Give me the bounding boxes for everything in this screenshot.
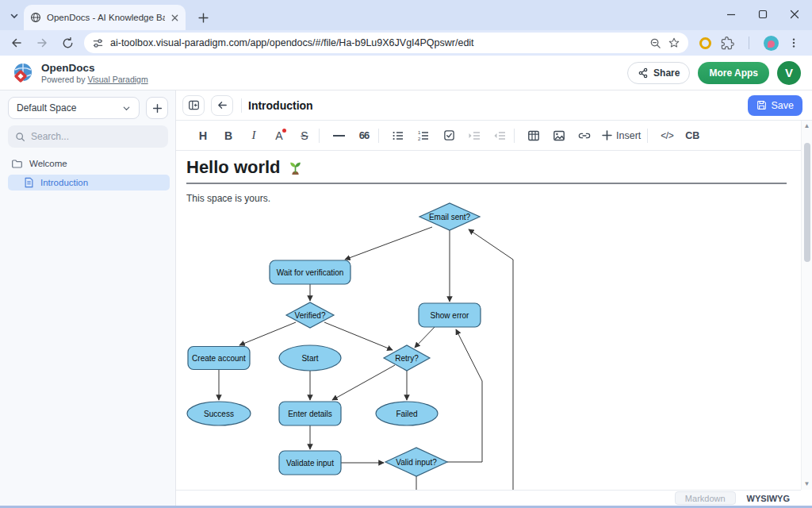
bullet-list-button[interactable]	[388, 125, 408, 146]
folder-icon	[11, 158, 23, 170]
back-arrow-icon	[216, 99, 228, 111]
strikethrough-button[interactable]: S	[294, 125, 315, 146]
flowchart-node-label: Show error	[431, 311, 470, 320]
scrollbar-thumb[interactable]	[804, 143, 810, 262]
powered-by-prefix: Powered by	[41, 75, 87, 84]
share-button[interactable]: Share	[627, 62, 690, 84]
editor-scrollbar[interactable]: ▲ ▼	[801, 121, 812, 490]
scrollbar-up-icon[interactable]: ▲	[804, 121, 810, 132]
flowchart-edge-email_sent-to-wait_verification	[345, 227, 432, 260]
profile-avatar[interactable]	[764, 36, 779, 51]
italic-button[interactable]: I	[243, 125, 264, 146]
toolbar-divider	[514, 129, 515, 143]
flowchart-node-label: Success	[204, 410, 234, 418]
user-avatar[interactable]: V	[777, 61, 801, 85]
flowchart-node-label: Retry?	[395, 354, 419, 363]
outdent-icon	[493, 129, 506, 142]
space-selector-value: Default Space	[17, 102, 76, 114]
sidebar-item-introduction[interactable]: Introduction	[8, 175, 170, 190]
extension-badge-icon[interactable]	[699, 37, 711, 49]
main-panel: Introduction Save H B I A S 66	[176, 90, 812, 506]
link-button[interactable]	[574, 125, 595, 146]
window-minimize-button[interactable]	[726, 10, 736, 19]
seedling-emoji	[287, 160, 304, 176]
table-button[interactable]	[523, 125, 544, 146]
table-icon	[527, 129, 540, 142]
collapse-sidebar-button[interactable]	[182, 95, 205, 116]
window-maximize-button[interactable]	[758, 10, 768, 19]
bookmark-star-icon[interactable]	[668, 37, 680, 49]
bold-button[interactable]: B	[218, 125, 239, 146]
insert-button[interactable]: Insert	[602, 130, 641, 141]
editor-mode-footer: Markdown WYSIWYG	[176, 490, 801, 506]
flowchart-diagram[interactable]: Email sent?Wait for verificationVerified…	[182, 202, 531, 490]
window-close-button[interactable]	[790, 10, 799, 19]
browser-tab[interactable]: OpenDocs - AI Knowledge Base	[24, 5, 186, 30]
back-button[interactable]	[6, 33, 27, 53]
doc-back-button[interactable]	[211, 95, 233, 116]
new-tab-button[interactable]	[193, 8, 213, 27]
indent-button[interactable]	[464, 125, 485, 146]
sidebar-item-welcome[interactable]: Welcome	[11, 156, 167, 171]
extensions-puzzle-icon[interactable]	[721, 37, 734, 50]
flowchart-node-label: Create account	[192, 354, 246, 363]
search-box[interactable]	[8, 125, 168, 148]
image-icon	[553, 129, 565, 142]
tab-search-button[interactable]	[5, 7, 24, 25]
plus-icon	[602, 130, 612, 140]
plus-icon	[198, 13, 209, 23]
document-editor[interactable]: Hello world This space is yours. Email s…	[176, 151, 801, 490]
save-button[interactable]: Save	[748, 95, 803, 116]
app-name: OpenDocs	[41, 62, 148, 74]
outdent-button[interactable]	[489, 125, 510, 146]
add-space-button[interactable]	[146, 97, 168, 119]
inline-code-button[interactable]: </>	[657, 125, 677, 146]
numbered-list-button[interactable]: 1 2	[413, 125, 434, 146]
site-settings-icon[interactable]	[92, 37, 104, 49]
flowchart-content: Email sent?Wait for verificationVerified…	[187, 203, 513, 490]
forward-button[interactable]	[32, 33, 52, 53]
document-heading[interactable]: Hello world	[186, 157, 304, 178]
back-arrow-icon	[10, 37, 23, 49]
visual-paradigm-link[interactable]: Visual Paradigm	[87, 75, 147, 84]
font-color-button[interactable]: A	[269, 125, 289, 146]
document-heading-text: Hello world	[186, 157, 281, 178]
flowchart-node-label: Validate input	[286, 459, 334, 468]
space-selector-dropdown[interactable]: Default Space	[8, 97, 140, 119]
document-header: Introduction Save	[176, 90, 812, 121]
address-bar[interactable]: ai-toolbox.visual-paradigm.com/app/opend…	[84, 33, 688, 53]
horizontal-rule-icon	[333, 135, 345, 137]
blockquote-button[interactable]: 66	[354, 125, 374, 146]
flowchart-edge-show_error-to-retry	[415, 327, 435, 348]
more-apps-button[interactable]: More Apps	[698, 62, 769, 84]
zoom-out-icon[interactable]	[649, 37, 661, 49]
scrollbar-down-icon[interactable]: ▼	[804, 479, 810, 490]
code-block-button[interactable]: CB	[682, 125, 703, 146]
wysiwyg-mode-button[interactable]: WYSIWYG	[739, 491, 798, 505]
editor-toolbar: H B I A S 66 1 2	[176, 121, 812, 151]
toolbar-divider	[319, 129, 320, 143]
image-button[interactable]	[549, 125, 569, 146]
horizontal-rule-button[interactable]	[328, 125, 349, 146]
browser-menu-icon[interactable]	[788, 37, 799, 48]
space-selector-row: Default Space	[8, 97, 168, 119]
markdown-mode-button[interactable]: Markdown	[675, 491, 736, 505]
heading-button[interactable]: H	[193, 125, 213, 146]
sidebar: Default Space Welcome Int	[0, 90, 176, 506]
reload-button[interactable]	[57, 33, 78, 53]
header-actions: Share More Apps V	[627, 61, 801, 85]
tab-close-icon[interactable]	[170, 13, 179, 22]
flowchart-edge-valid_input-to-show_error	[447, 329, 482, 462]
flowchart-node-label: Wait for verification	[277, 268, 344, 277]
save-floppy-icon	[756, 100, 767, 110]
chevron-down-icon	[122, 104, 131, 113]
header-divider	[241, 98, 242, 113]
task-list-button[interactable]	[439, 125, 459, 146]
svg-text:1: 1	[418, 130, 421, 135]
numbered-list-icon: 1 2	[417, 129, 430, 142]
url-text[interactable]: ai-toolbox.visual-paradigm.com/app/opend…	[110, 37, 643, 48]
page-title: Introduction	[248, 99, 313, 112]
color-dot	[282, 129, 286, 133]
search-input[interactable]	[31, 131, 142, 142]
more-apps-label: More Apps	[709, 67, 758, 79]
